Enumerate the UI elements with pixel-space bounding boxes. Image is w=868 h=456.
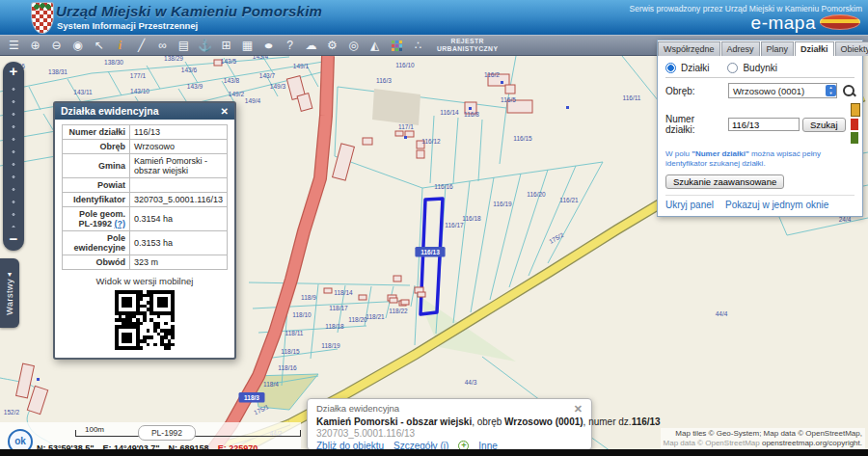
anchor-icon[interactable]: ⚓	[197, 36, 213, 55]
parcel-label: 143/8	[224, 77, 240, 84]
radio-budynki-label: Budynki	[743, 63, 777, 73]
search-result-popup: Działka ewidencyjna ✕ Kamień Pomorski - …	[307, 398, 592, 450]
layers-icon[interactable]: ☰	[6, 36, 22, 55]
bottom-edge-bar	[0, 449, 868, 456]
info-icon[interactable]: i	[112, 36, 128, 55]
radio-budynki[interactable]	[727, 63, 738, 73]
tab-działki[interactable]: Działki	[795, 41, 834, 56]
legend-chip-icon[interactable]	[851, 132, 858, 144]
numer-row: Numer działki: Szukaj	[665, 103, 854, 146]
parcel-label: 116/14	[440, 109, 459, 116]
parcel-label: 116/2	[484, 71, 500, 78]
search-obreb-icon[interactable]	[843, 85, 854, 96]
table-row: Powiat	[63, 178, 228, 193]
table-row: Numer działki116/13	[63, 125, 228, 140]
tab-współrzędne[interactable]: Współrzędne	[658, 41, 720, 56]
parcel-label: 118/9	[301, 294, 316, 301]
parcel-label: 138/30	[104, 59, 123, 66]
close-icon[interactable]: ✕	[221, 103, 229, 120]
parcel-label: 44/4	[716, 310, 728, 317]
parcel-label: 149/4	[245, 97, 261, 104]
urban-register-button[interactable]: REJESTR URBANISTYCZNY	[437, 38, 498, 54]
parcel-label: 138/31	[48, 68, 68, 75]
tab-obiekty[interactable]: Obiekty	[835, 41, 868, 56]
parcel-number-input[interactable]	[728, 118, 800, 131]
chevron-icon: ▼	[7, 271, 14, 279]
measure-icon[interactable]: ╱	[133, 36, 149, 55]
parcel-label: 138/29	[164, 56, 183, 62]
parcel-label: 116/12	[421, 138, 441, 145]
parcel-label: 116/8	[464, 111, 479, 118]
apps-grid-icon[interactable]	[392, 40, 402, 51]
parcel-label: 118/14	[334, 289, 353, 296]
result-title: Działka ewidencyjna	[316, 403, 399, 416]
zoom-slider[interactable]	[9, 83, 18, 228]
parcel-label: 118/3	[244, 394, 259, 401]
select-stepper-icon[interactable]: ▲▼	[826, 85, 836, 96]
parcel-label: 143/11	[73, 89, 93, 95]
parcel-label: 177/1	[130, 72, 147, 79]
table-row: ObrębWrzosowo	[63, 140, 228, 154]
search-button[interactable]: Szukaj	[802, 118, 846, 132]
pointer-icon[interactable]: ↖	[91, 36, 107, 55]
help-link[interactable]: (?)	[115, 219, 126, 228]
layers-panel-tab[interactable]: ▼ Warstwy	[0, 258, 19, 328]
mobile-view-link[interactable]: Widok w wersji mobilnej	[55, 276, 234, 286]
obreb-select[interactable]: Wrzosowo (0001) ▲▼	[728, 83, 837, 98]
parcel-label: 117/1	[398, 123, 414, 130]
zoom-out-icon[interactable]: ⊖	[48, 36, 65, 55]
comment-icon[interactable]: ●	[257, 36, 281, 55]
parcel-label: 116/18	[462, 215, 481, 222]
advanced-search-button[interactable]: Szukanie zaawansowane	[665, 174, 784, 189]
compass-icon[interactable]: ◭	[366, 36, 383, 55]
parcel-info-popup: Działka ewidencyjna ✕ Numer działki116/1…	[53, 101, 236, 360]
tab-plany[interactable]: Plany	[761, 41, 795, 56]
result-parcel-id: 320703_5.0001.116/13	[316, 428, 583, 439]
page-subtitle: System Informacji Przestrzennej	[57, 20, 198, 31]
parcel-label: 118/20	[348, 316, 367, 323]
legend-chip-icon[interactable]	[851, 103, 860, 117]
parcel-label: 118/21	[366, 313, 385, 320]
qr-code	[115, 290, 175, 350]
crs-select[interactable]: PL-1992	[138, 425, 196, 441]
service-note: Serwis prowadzony przez Urząd Miejski w …	[630, 4, 862, 13]
zoom-in-icon[interactable]: ⊕	[27, 36, 43, 55]
parcel-label: 116/15	[513, 135, 532, 142]
copy-window-icon[interactable]: ⊞	[218, 36, 234, 55]
tab-adresy[interactable]: Adresy	[721, 41, 760, 56]
parcel-label: 116/3	[376, 77, 392, 84]
parcel-label: 24/4	[839, 216, 852, 223]
help-icon[interactable]: ?	[282, 36, 298, 55]
hide-panel-link[interactable]: Ukryj panel	[665, 200, 714, 210]
parcel-label: 118/10	[292, 311, 312, 318]
table-row: Identyfikator320703_5.0001.116/13	[63, 193, 228, 207]
emapa-brand: e-mapa	[751, 13, 816, 34]
link-icon[interactable]: ∞	[154, 36, 171, 55]
zoom-in-button[interactable]: +	[3, 62, 24, 81]
print-icon[interactable]: ▤	[176, 36, 192, 55]
parcel-label: 44/3	[465, 379, 477, 386]
close-icon[interactable]: ✕	[574, 403, 583, 416]
settings-icon[interactable]: ⚙	[324, 36, 340, 55]
search-panel: WspółrzędneAdresyPlanyDziałkiObiekty✕ Dz…	[657, 40, 863, 217]
legend-chip-icon[interactable]	[851, 119, 858, 130]
header: Urząd Miejski w Kamieniu Pomorskim Syste…	[0, 0, 868, 35]
share-icon[interactable]: ∴	[410, 36, 426, 55]
single-window-link[interactable]: Pokazuj w jednym oknie	[725, 200, 828, 210]
zoom-out-button[interactable]: −	[3, 229, 24, 249]
result-title-row: Działka ewidencyjna ✕	[316, 403, 583, 416]
object-type-radios: Działki Budynki	[665, 61, 854, 78]
cloud-download-icon[interactable]: ☁	[303, 36, 319, 55]
parcel-label: 149/3	[270, 83, 286, 90]
parcel-label: 143/4	[253, 56, 269, 60]
radio-dzialki[interactable]	[665, 63, 676, 73]
select-area-icon[interactable]: ◉	[69, 36, 86, 55]
parcel-label: 116/17	[445, 222, 464, 228]
layout-icon[interactable]: ▦	[239, 36, 256, 55]
parcel-label: 143/9	[187, 83, 203, 90]
obreb-row: Obręb: Wrzosowo (0001) ▲▼	[665, 83, 854, 98]
search-location-icon[interactable]: ◎	[345, 36, 362, 55]
result-main-line: Kamień Pomorski - obszar wiejski, obręb …	[316, 416, 583, 427]
table-row: Pole ewidencyjne0.3153 ha	[63, 231, 228, 255]
table-row: Pole geom. PL-1992 (?)0.3154 ha	[63, 207, 228, 231]
